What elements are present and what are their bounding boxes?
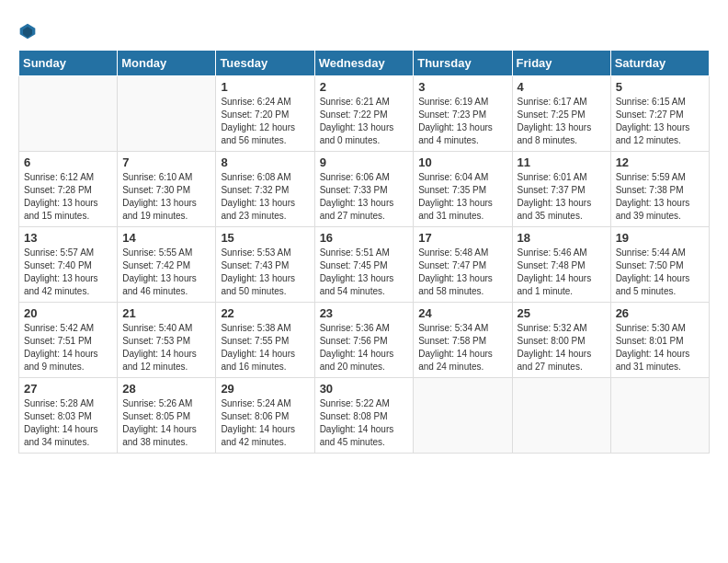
calendar-cell: 27Sunrise: 5:28 AMSunset: 8:03 PMDayligh… [19,378,118,454]
calendar-cell: 14Sunrise: 5:55 AMSunset: 7:42 PMDayligh… [118,227,216,303]
calendar-cell: 8Sunrise: 6:08 AMSunset: 7:32 PMDaylight… [216,152,314,227]
cell-content: Sunrise: 5:24 AMSunset: 8:06 PMDaylight:… [221,397,309,449]
day-number: 1 [221,80,309,94]
calendar-cell: 6Sunrise: 6:12 AMSunset: 7:28 PMDaylight… [19,152,118,227]
cell-content: Sunrise: 6:04 AMSunset: 7:35 PMDaylight:… [418,171,506,223]
day-number: 28 [122,382,210,396]
calendar-cell: 18Sunrise: 5:46 AMSunset: 7:48 PMDayligh… [512,227,610,303]
day-number: 12 [616,155,704,169]
cell-content: Sunrise: 5:51 AMSunset: 7:45 PMDaylight:… [320,247,409,298]
cell-content: Sunrise: 5:36 AMSunset: 7:56 PMDaylight:… [320,322,409,373]
day-number: 29 [221,382,309,396]
calendar-cell: 11Sunrise: 6:01 AMSunset: 7:37 PMDayligh… [512,152,610,227]
cell-content: Sunrise: 5:26 AMSunset: 8:05 PMDaylight:… [122,397,210,449]
day-number: 13 [24,231,112,245]
day-number: 5 [616,80,704,94]
day-number: 2 [320,80,409,94]
cell-content: Sunrise: 5:32 AMSunset: 8:00 PMDaylight:… [518,322,606,373]
calendar-cell: 12Sunrise: 5:59 AMSunset: 7:38 PMDayligh… [610,152,709,227]
day-number: 6 [24,155,112,169]
cell-content: Sunrise: 5:28 AMSunset: 8:03 PMDaylight:… [24,397,112,449]
day-number: 15 [221,231,309,245]
day-number: 8 [221,155,309,169]
page-header [18,18,710,40]
day-number: 11 [518,155,606,169]
cell-content: Sunrise: 5:53 AMSunset: 7:43 PMDaylight:… [221,247,309,298]
calendar-cell: 15Sunrise: 5:53 AMSunset: 7:43 PMDayligh… [216,227,314,303]
calendar-week-row: 20Sunrise: 5:42 AMSunset: 7:51 PMDayligh… [19,303,710,378]
calendar-cell [414,378,512,454]
calendar-cell: 5Sunrise: 6:15 AMSunset: 7:27 PMDaylight… [610,76,709,152]
calendar-cell: 20Sunrise: 5:42 AMSunset: 7:51 PMDayligh… [19,303,118,378]
calendar-table: SundayMondayTuesdayWednesdayThursdayFrid… [18,50,710,454]
calendar-week-row: 13Sunrise: 5:57 AMSunset: 7:40 PMDayligh… [19,227,710,303]
weekday-header: Friday [512,51,610,76]
logo-icon [18,22,37,40]
day-number: 16 [320,231,409,245]
calendar-cell [19,76,118,152]
calendar-cell: 23Sunrise: 5:36 AMSunset: 7:56 PMDayligh… [314,303,414,378]
day-number: 20 [24,306,112,320]
day-number: 10 [418,155,506,169]
day-number: 17 [418,231,506,245]
calendar-header-row: SundayMondayTuesdayWednesdayThursdayFrid… [19,51,710,76]
day-number: 26 [616,306,704,320]
logo [18,18,40,40]
day-number: 27 [24,382,112,396]
calendar-cell: 19Sunrise: 5:44 AMSunset: 7:50 PMDayligh… [610,227,709,303]
cell-content: Sunrise: 5:42 AMSunset: 7:51 PMDaylight:… [24,322,112,373]
calendar-cell: 7Sunrise: 6:10 AMSunset: 7:30 PMDaylight… [118,152,216,227]
calendar-cell: 21Sunrise: 5:40 AMSunset: 7:53 PMDayligh… [118,303,216,378]
calendar-cell: 30Sunrise: 5:22 AMSunset: 8:08 PMDayligh… [314,378,414,454]
calendar-cell: 29Sunrise: 5:24 AMSunset: 8:06 PMDayligh… [216,378,314,454]
day-number: 23 [320,306,409,320]
cell-content: Sunrise: 5:55 AMSunset: 7:42 PMDaylight:… [122,247,210,298]
calendar-cell: 1Sunrise: 6:24 AMSunset: 7:20 PMDaylight… [216,76,314,152]
cell-content: Sunrise: 5:46 AMSunset: 7:48 PMDaylight:… [518,247,606,298]
day-number: 3 [418,80,506,94]
cell-content: Sunrise: 6:17 AMSunset: 7:25 PMDaylight:… [518,96,606,147]
weekday-header: Tuesday [216,51,314,76]
day-number: 25 [518,306,606,320]
cell-content: Sunrise: 6:01 AMSunset: 7:37 PMDaylight:… [518,171,606,223]
day-number: 9 [320,155,409,169]
calendar-cell: 13Sunrise: 5:57 AMSunset: 7:40 PMDayligh… [19,227,118,303]
cell-content: Sunrise: 5:22 AMSunset: 8:08 PMDaylight:… [320,397,409,449]
calendar-cell: 3Sunrise: 6:19 AMSunset: 7:23 PMDaylight… [414,76,512,152]
day-number: 14 [122,231,210,245]
calendar-cell: 9Sunrise: 6:06 AMSunset: 7:33 PMDaylight… [314,152,414,227]
cell-content: Sunrise: 6:10 AMSunset: 7:30 PMDaylight:… [122,171,210,223]
cell-content: Sunrise: 5:57 AMSunset: 7:40 PMDaylight:… [24,247,112,298]
calendar-cell: 22Sunrise: 5:38 AMSunset: 7:55 PMDayligh… [216,303,314,378]
day-number: 19 [616,231,704,245]
cell-content: Sunrise: 5:59 AMSunset: 7:38 PMDaylight:… [616,171,704,223]
weekday-header: Saturday [610,51,709,76]
weekday-header: Thursday [414,51,512,76]
calendar-cell [512,378,610,454]
weekday-header: Monday [118,51,216,76]
cell-content: Sunrise: 5:48 AMSunset: 7:47 PMDaylight:… [418,247,506,298]
day-number: 21 [122,306,210,320]
cell-content: Sunrise: 6:12 AMSunset: 7:28 PMDaylight:… [24,171,112,223]
calendar-cell: 16Sunrise: 5:51 AMSunset: 7:45 PMDayligh… [314,227,414,303]
cell-content: Sunrise: 6:21 AMSunset: 7:22 PMDaylight:… [320,96,409,147]
day-number: 30 [320,382,409,396]
calendar-cell: 28Sunrise: 5:26 AMSunset: 8:05 PMDayligh… [118,378,216,454]
cell-content: Sunrise: 5:38 AMSunset: 7:55 PMDaylight:… [221,322,309,373]
cell-content: Sunrise: 5:34 AMSunset: 7:58 PMDaylight:… [418,322,506,373]
day-number: 7 [122,155,210,169]
calendar-week-row: 27Sunrise: 5:28 AMSunset: 8:03 PMDayligh… [19,378,710,454]
cell-content: Sunrise: 5:30 AMSunset: 8:01 PMDaylight:… [616,322,704,373]
calendar-cell: 4Sunrise: 6:17 AMSunset: 7:25 PMDaylight… [512,76,610,152]
calendar-week-row: 1Sunrise: 6:24 AMSunset: 7:20 PMDaylight… [19,76,710,152]
calendar-cell: 26Sunrise: 5:30 AMSunset: 8:01 PMDayligh… [610,303,709,378]
cell-content: Sunrise: 5:44 AMSunset: 7:50 PMDaylight:… [616,247,704,298]
day-number: 4 [518,80,606,94]
day-number: 18 [518,231,606,245]
cell-content: Sunrise: 5:40 AMSunset: 7:53 PMDaylight:… [122,322,210,373]
calendar-week-row: 6Sunrise: 6:12 AMSunset: 7:28 PMDaylight… [19,152,710,227]
calendar-cell: 10Sunrise: 6:04 AMSunset: 7:35 PMDayligh… [414,152,512,227]
calendar-cell: 25Sunrise: 5:32 AMSunset: 8:00 PMDayligh… [512,303,610,378]
weekday-header: Sunday [19,51,118,76]
calendar-cell: 17Sunrise: 5:48 AMSunset: 7:47 PMDayligh… [414,227,512,303]
